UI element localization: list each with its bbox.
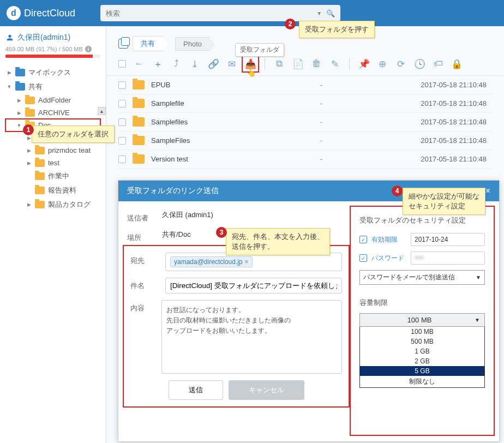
file-date: 2017-05-18 21:10:48 — [361, 136, 492, 145]
table-row[interactable]: EPUB-2017-05-18 21:10:48 — [118, 76, 492, 94]
select-value: パスワードをメールで別途送信 — [363, 273, 455, 282]
row-checkbox[interactable] — [118, 118, 126, 126]
crumb-photo[interactable]: Photo — [175, 37, 210, 51]
callout-3: 宛先、件名、本文を入力後、 送信を押す。 — [226, 228, 330, 255]
search-box[interactable]: ▼ 🔍 — [100, 5, 340, 21]
callout-badge-3: 3 — [216, 227, 227, 238]
select-all-checkbox[interactable] — [118, 60, 126, 68]
callout-2: 受取フォルダを押す — [299, 21, 375, 38]
scroll-up-icon[interactable]: ▲ — [98, 107, 106, 115]
tree-label: test — [48, 159, 59, 167]
sidebar-item-test[interactable]: ▶test — [5, 157, 100, 169]
copy-icon[interactable]: ⧉ — [274, 58, 285, 69]
zoom-icon[interactable]: ⊕ — [377, 58, 388, 69]
capacity-option[interactable]: 100 MB — [360, 327, 484, 337]
sidebar-item-mybox[interactable]: ▶ マイボックス — [5, 65, 100, 80]
folder-icon — [15, 83, 25, 91]
recipient-chip[interactable]: yamada@directcloud.jp× — [170, 256, 253, 267]
link-icon[interactable]: 🔗 — [208, 58, 219, 69]
file-size: - — [289, 99, 354, 107]
expire-checkbox[interactable]: ✓ — [359, 236, 367, 243]
row-checkbox[interactable] — [118, 137, 126, 145]
refresh-icon[interactable]: ⟳ — [395, 58, 406, 69]
subject-field[interactable] — [165, 278, 342, 294]
crumb-share[interactable]: 共有 — [133, 36, 163, 51]
table-row[interactable]: Samplefile-2017-05-18 21:10:48 — [118, 94, 492, 113]
row-checkbox[interactable] — [118, 100, 126, 107]
expire-value[interactable]: 2017-10-24 — [411, 233, 485, 246]
sidebar-item-share[interactable]: ▼ 共有 — [5, 80, 100, 94]
receive-folder-tooltip: 受取フォルダ — [235, 43, 284, 57]
info-icon[interactable]: i — [85, 46, 92, 52]
folder-icon — [133, 117, 145, 127]
search-icon[interactable]: 🔍 — [326, 9, 335, 17]
new-folder-icon[interactable]: ＋ — [152, 58, 163, 69]
password-mail-select[interactable]: パスワードをメールで別途送信 ▼ — [359, 270, 485, 285]
sidebar-item-catalog[interactable]: ▶製品カタログ — [5, 197, 100, 212]
capacity-option-selected[interactable]: 5 GB — [360, 366, 484, 376]
sidebar-item-addfolder[interactable]: ▶AddFolder — [5, 94, 100, 106]
history-icon[interactable]: 🕓 — [414, 58, 425, 69]
callout-badge-1: 1 — [23, 124, 34, 135]
send-button[interactable]: 送信 — [169, 380, 223, 400]
capacity-option[interactable]: 500 MB — [360, 337, 484, 346]
row-checkbox[interactable] — [118, 155, 126, 163]
callout-3-line1: 宛先、件名、本文を入力後、 — [232, 232, 324, 242]
sidebar-item-archive[interactable]: ▶ARCHIVE — [5, 106, 100, 119]
chevron-down-icon: ▼ — [475, 317, 480, 323]
receive-folder-icon[interactable]: 受取フォルダ 📥 👆 — [245, 58, 256, 69]
table-row[interactable]: SampleFiles-2017-05-18 21:10:48 — [118, 131, 492, 150]
capacity-option[interactable]: 2 GB — [360, 356, 484, 366]
tag-icon[interactable]: 🏷 — [433, 58, 443, 69]
callout-4-line2: セキュリティ設定 — [409, 201, 479, 211]
body-field[interactable] — [161, 300, 342, 374]
sidebar-item-working[interactable]: 作業中 — [5, 169, 100, 183]
callout-4: 細やかな設定が可能な セキュリティ設定 — [403, 188, 485, 215]
folder-icon — [133, 80, 145, 89]
folder-icon — [133, 154, 145, 164]
file-name: EPUB — [151, 81, 282, 89]
sidebar-item-prizmdoc[interactable]: ▶prizmdoc teat — [5, 144, 100, 157]
folder-icon — [35, 187, 45, 194]
folder-icon — [15, 69, 25, 76]
user-row[interactable]: 久保田(admin1) — [5, 33, 100, 43]
tree-label: AddFolder — [38, 96, 71, 104]
table-row[interactable]: Version test-2017-05-18 21:10:48 — [118, 150, 492, 169]
password-value[interactable]: •••• — [411, 252, 485, 265]
move-icon[interactable]: 📄 — [292, 58, 303, 69]
cancel-button[interactable]: キャンセル — [229, 380, 304, 400]
copy-icon[interactable] — [118, 39, 128, 49]
delete-icon[interactable]: 🗑 — [311, 58, 322, 69]
row-checkbox[interactable] — [118, 81, 126, 89]
mail-icon[interactable]: ✉ — [226, 58, 237, 69]
back-icon[interactable]: ← — [134, 58, 145, 69]
location-label: 場所 — [127, 230, 153, 243]
toolbar: ← ＋ ⤴ ⤓ 🔗 ✉ 受取フォルダ 📥 👆 ⧉ 📄 🗑 ✎ 📌 ⊕ ⟳ 🕓 🏷… — [106, 56, 504, 76]
close-icon[interactable]: × — [485, 186, 490, 196]
to-label: 宛先 — [130, 253, 157, 266]
capacity-option[interactable]: 1 GB — [360, 346, 484, 356]
pin-icon[interactable]: 📌 — [358, 58, 369, 69]
brand-text: DirectCloud — [24, 8, 75, 19]
brand-logo: d DirectCloud — [7, 6, 75, 20]
to-field[interactable]: yamada@directcloud.jp× — [165, 253, 342, 271]
edit-icon[interactable]: ✎ — [329, 58, 340, 69]
storage-usage: 459.00 MB (91.7%) / 500 MB i — [5, 46, 100, 52]
chip-remove-icon[interactable]: × — [245, 258, 249, 266]
sidebar-item-report[interactable]: 報告資料 — [5, 183, 100, 197]
user-icon — [5, 33, 14, 42]
security-title: 受取フォルダのセキュリティ設定 — [359, 215, 485, 225]
folder-icon — [35, 159, 45, 167]
search-dropdown-icon[interactable]: ▼ — [316, 10, 322, 16]
chevron-down-icon: ▼ — [476, 274, 481, 280]
password-checkbox[interactable]: ✓ — [359, 254, 367, 262]
usage-bar — [5, 55, 100, 58]
capacity-dropdown[interactable]: 100 MB ▼ 100 MB 500 MB 1 GB 2 GB 5 GB 制限… — [359, 313, 485, 388]
search-input[interactable] — [106, 9, 316, 17]
folder-icon — [25, 97, 35, 104]
download-icon[interactable]: ⤓ — [189, 58, 200, 69]
upload-icon[interactable]: ⤴ — [171, 58, 182, 69]
lock-icon[interactable]: 🔒 — [451, 58, 462, 69]
capacity-option[interactable]: 制限なし — [360, 376, 484, 387]
table-row[interactable]: Samplefiles-2017-05-18 21:10:48 — [118, 113, 492, 131]
